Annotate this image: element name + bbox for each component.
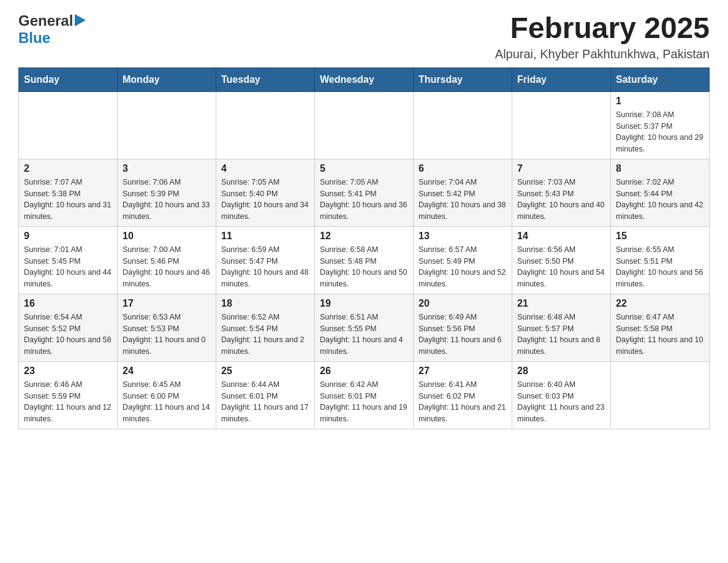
calendar-cell: 5Sunrise: 7:05 AM Sunset: 5:41 PM Daylig… [315, 159, 414, 226]
day-info: Sunrise: 6:55 AM Sunset: 5:51 PM Dayligh… [616, 244, 704, 290]
calendar-subtitle: Alpurai, Khyber Pakhtunkhwa, Pakistan [495, 47, 710, 61]
weekday-header-friday: Friday [512, 67, 611, 91]
day-info: Sunrise: 7:06 AM Sunset: 5:39 PM Dayligh… [123, 177, 211, 223]
calendar-cell: 7Sunrise: 7:03 AM Sunset: 5:43 PM Daylig… [512, 159, 611, 226]
weekday-header-sunday: Sunday [19, 67, 118, 91]
calendar-cell: 27Sunrise: 6:41 AM Sunset: 6:02 PM Dayli… [414, 361, 512, 429]
logo: General Blue [18, 12, 86, 47]
calendar-cell: 22Sunrise: 6:47 AM Sunset: 5:58 PM Dayli… [611, 294, 710, 361]
day-info: Sunrise: 6:48 AM Sunset: 5:57 PM Dayligh… [517, 312, 605, 358]
day-number: 26 [320, 366, 408, 377]
calendar-cell: 11Sunrise: 6:59 AM Sunset: 5:47 PM Dayli… [216, 226, 315, 294]
calendar-cell: 4Sunrise: 7:05 AM Sunset: 5:40 PM Daylig… [216, 159, 315, 226]
calendar-cell [414, 91, 512, 159]
calendar-cell [315, 91, 414, 159]
logo-general-text: General [18, 12, 73, 29]
day-info: Sunrise: 7:08 AM Sunset: 5:37 PM Dayligh… [616, 109, 704, 155]
calendar-cell [118, 91, 216, 159]
calendar-cell: 12Sunrise: 6:58 AM Sunset: 5:48 PM Dayli… [315, 226, 414, 294]
day-info: Sunrise: 6:45 AM Sunset: 6:00 PM Dayligh… [123, 379, 211, 425]
day-number: 22 [616, 298, 704, 309]
day-number: 14 [517, 231, 605, 242]
day-info: Sunrise: 6:46 AM Sunset: 5:59 PM Dayligh… [24, 379, 112, 425]
calendar-cell: 26Sunrise: 6:42 AM Sunset: 6:01 PM Dayli… [315, 361, 414, 429]
calendar-cell: 24Sunrise: 6:45 AM Sunset: 6:00 PM Dayli… [118, 361, 216, 429]
page-header: General Blue February 2025 Alpurai, Khyb… [18, 12, 710, 61]
day-number: 3 [123, 163, 211, 174]
day-info: Sunrise: 7:03 AM Sunset: 5:43 PM Dayligh… [517, 177, 605, 223]
day-number: 24 [123, 366, 211, 377]
calendar-cell: 8Sunrise: 7:02 AM Sunset: 5:44 PM Daylig… [611, 159, 710, 226]
day-info: Sunrise: 7:05 AM Sunset: 5:40 PM Dayligh… [221, 177, 309, 223]
logo-blue-text: Blue [18, 29, 50, 46]
title-block: February 2025 Alpurai, Khyber Pakhtunkhw… [495, 12, 710, 61]
day-number: 2 [24, 163, 112, 174]
day-number: 28 [517, 366, 605, 377]
calendar-week-5: 23Sunrise: 6:46 AM Sunset: 5:59 PM Dayli… [19, 361, 710, 429]
calendar-cell: 1Sunrise: 7:08 AM Sunset: 5:37 PM Daylig… [611, 91, 710, 159]
day-info: Sunrise: 6:40 AM Sunset: 6:03 PM Dayligh… [517, 379, 605, 425]
weekday-header-tuesday: Tuesday [216, 67, 315, 91]
day-info: Sunrise: 7:05 AM Sunset: 5:41 PM Dayligh… [320, 177, 408, 223]
day-info: Sunrise: 6:44 AM Sunset: 6:01 PM Dayligh… [221, 379, 309, 425]
day-info: Sunrise: 6:51 AM Sunset: 5:55 PM Dayligh… [320, 312, 408, 358]
day-number: 19 [320, 298, 408, 309]
day-number: 15 [616, 231, 704, 242]
weekday-header-wednesday: Wednesday [315, 67, 414, 91]
calendar-cell [19, 91, 118, 159]
calendar-week-3: 9Sunrise: 7:01 AM Sunset: 5:45 PM Daylig… [19, 226, 710, 294]
calendar-cell: 2Sunrise: 7:07 AM Sunset: 5:38 PM Daylig… [19, 159, 118, 226]
day-info: Sunrise: 7:04 AM Sunset: 5:42 PM Dayligh… [419, 177, 507, 223]
day-number: 5 [320, 163, 408, 174]
day-info: Sunrise: 6:42 AM Sunset: 6:01 PM Dayligh… [320, 379, 408, 425]
day-number: 4 [221, 163, 309, 174]
day-info: Sunrise: 6:59 AM Sunset: 5:47 PM Dayligh… [221, 244, 309, 290]
calendar-cell [611, 361, 710, 429]
calendar-week-1: 1Sunrise: 7:08 AM Sunset: 5:37 PM Daylig… [19, 91, 710, 159]
day-info: Sunrise: 6:47 AM Sunset: 5:58 PM Dayligh… [616, 312, 704, 358]
day-number: 27 [419, 366, 507, 377]
calendar-cell: 20Sunrise: 6:49 AM Sunset: 5:56 PM Dayli… [414, 294, 512, 361]
day-number: 25 [221, 366, 309, 377]
day-info: Sunrise: 6:53 AM Sunset: 5:53 PM Dayligh… [123, 312, 211, 358]
day-info: Sunrise: 6:56 AM Sunset: 5:50 PM Dayligh… [517, 244, 605, 290]
calendar-week-4: 16Sunrise: 6:54 AM Sunset: 5:52 PM Dayli… [19, 294, 710, 361]
day-number: 21 [517, 298, 605, 309]
calendar-cell [512, 91, 611, 159]
day-info: Sunrise: 6:49 AM Sunset: 5:56 PM Dayligh… [419, 312, 507, 358]
svg-marker-0 [75, 14, 86, 26]
day-number: 23 [24, 366, 112, 377]
day-info: Sunrise: 7:01 AM Sunset: 5:45 PM Dayligh… [24, 244, 112, 290]
day-info: Sunrise: 6:54 AM Sunset: 5:52 PM Dayligh… [24, 312, 112, 358]
day-info: Sunrise: 6:58 AM Sunset: 5:48 PM Dayligh… [320, 244, 408, 290]
calendar-cell: 9Sunrise: 7:01 AM Sunset: 5:45 PM Daylig… [19, 226, 118, 294]
day-number: 13 [419, 231, 507, 242]
logo-arrow-icon [75, 14, 86, 26]
day-info: Sunrise: 7:02 AM Sunset: 5:44 PM Dayligh… [616, 177, 704, 223]
weekday-header-monday: Monday [118, 67, 216, 91]
calendar-cell: 19Sunrise: 6:51 AM Sunset: 5:55 PM Dayli… [315, 294, 414, 361]
calendar-cell: 15Sunrise: 6:55 AM Sunset: 5:51 PM Dayli… [611, 226, 710, 294]
calendar-cell [216, 91, 315, 159]
calendar-cell: 6Sunrise: 7:04 AM Sunset: 5:42 PM Daylig… [414, 159, 512, 226]
weekday-header-row: SundayMondayTuesdayWednesdayThursdayFrid… [19, 67, 710, 91]
calendar-title: February 2025 [495, 12, 710, 45]
calendar-cell: 17Sunrise: 6:53 AM Sunset: 5:53 PM Dayli… [118, 294, 216, 361]
calendar-cell: 25Sunrise: 6:44 AM Sunset: 6:01 PM Dayli… [216, 361, 315, 429]
day-number: 9 [24, 231, 112, 242]
day-number: 16 [24, 298, 112, 309]
day-number: 6 [419, 163, 507, 174]
day-info: Sunrise: 6:57 AM Sunset: 5:49 PM Dayligh… [419, 244, 507, 290]
calendar-cell: 10Sunrise: 7:00 AM Sunset: 5:46 PM Dayli… [118, 226, 216, 294]
calendar-cell: 14Sunrise: 6:56 AM Sunset: 5:50 PM Dayli… [512, 226, 611, 294]
calendar-cell: 16Sunrise: 6:54 AM Sunset: 5:52 PM Dayli… [19, 294, 118, 361]
calendar-cell: 18Sunrise: 6:52 AM Sunset: 5:54 PM Dayli… [216, 294, 315, 361]
day-number: 20 [419, 298, 507, 309]
day-number: 18 [221, 298, 309, 309]
calendar-cell: 13Sunrise: 6:57 AM Sunset: 5:49 PM Dayli… [414, 226, 512, 294]
day-info: Sunrise: 6:52 AM Sunset: 5:54 PM Dayligh… [221, 312, 309, 358]
day-number: 17 [123, 298, 211, 309]
day-number: 7 [517, 163, 605, 174]
day-number: 10 [123, 231, 211, 242]
calendar-cell: 23Sunrise: 6:46 AM Sunset: 5:59 PM Dayli… [19, 361, 118, 429]
